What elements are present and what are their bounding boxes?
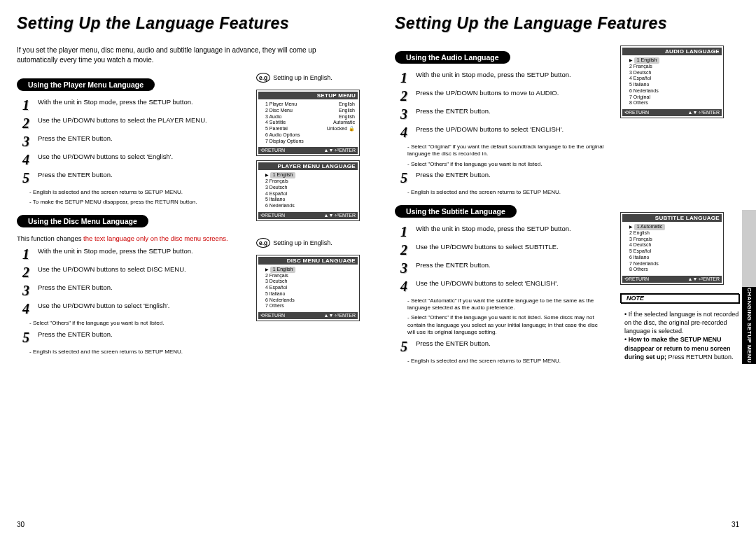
page-title-right: Setting Up the Language Features bbox=[395, 14, 739, 33]
left-text-column: Using the Player Menu Language 1With the… bbox=[17, 73, 242, 358]
osd-audio-lang: AUDIO LANGUAGE 1 English 2 Français 3 De… bbox=[620, 45, 724, 118]
chapter-tab-active: CHANGING SETUP MENU bbox=[742, 287, 756, 364]
disc-intro: This function changes the text language … bbox=[17, 234, 242, 243]
pill-subtitle-lang: Using the Subtitle Language bbox=[395, 205, 517, 218]
osd-disc-menu-lang: DISC MENU LANGUAGE 1 English 2 Français … bbox=[256, 255, 360, 321]
osd-subtitle-lang: SUBTITLE LANGUAGE 1 Automatic 2 English … bbox=[620, 212, 724, 285]
steps-player-menu: 1With the unit in Stop mode, press the S… bbox=[20, 98, 242, 185]
left-osd-column: e.gSetting up in English. SETUP MENU 1 P… bbox=[256, 73, 361, 358]
steps-audio: 1With the unit in Stop mode, press the S… bbox=[398, 71, 606, 139]
right-osd-column: AUDIO LANGUAGE 1 English 2 Français 3 De… bbox=[620, 45, 739, 367]
page-title-left: Setting Up the Language Features bbox=[17, 14, 361, 33]
osd-setup-menu: SETUP MENU 1 Player MenuEnglish 2 Disc M… bbox=[256, 90, 360, 156]
intro-text: If you set the player menu, disc menu, a… bbox=[17, 45, 346, 64]
right-text-column: Using the Audio Language 1With the unit … bbox=[395, 45, 606, 367]
chapter-tab-inactive bbox=[742, 210, 756, 287]
pill-disc-menu: Using the Disc Menu Language bbox=[17, 215, 148, 227]
page-number-right: 31 bbox=[732, 521, 739, 528]
osd-player-menu-lang: PLAYER MENU LANGUAGE 1 English 2 Françai… bbox=[256, 160, 360, 221]
footnote-bullets: If the selected language is not recorded… bbox=[624, 310, 739, 361]
pill-player-menu: Using the Player Menu Language bbox=[17, 78, 155, 91]
page-left: Setting Up the Language Features If you … bbox=[0, 0, 378, 534]
page-right: Setting Up the Language Features Using t… bbox=[378, 0, 756, 534]
eg-badge: e.g bbox=[256, 73, 270, 83]
pill-audio-lang: Using the Audio Language bbox=[395, 51, 510, 64]
steps-subtitle: 1With the unit in Stop mode, press the S… bbox=[398, 225, 606, 293]
steps-disc-menu: 1With the unit in Stop mode, press the S… bbox=[20, 247, 242, 316]
page-number-left: 30 bbox=[17, 521, 24, 528]
note-label: NOTE bbox=[620, 293, 739, 303]
lock-icon: Unlocked bbox=[327, 126, 355, 132]
